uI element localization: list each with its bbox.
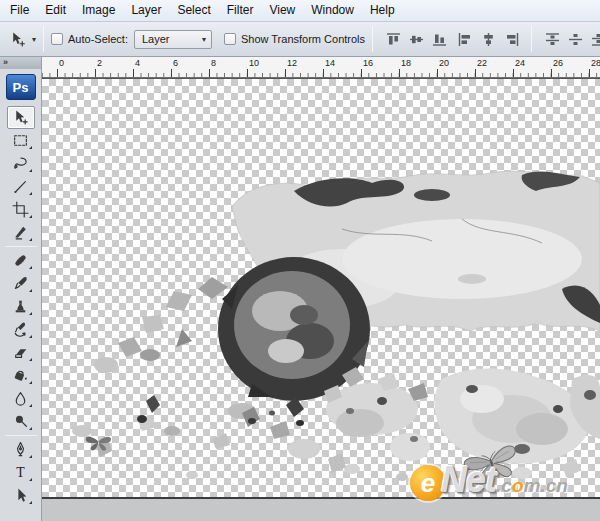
flyout-indicator-icon (29, 381, 32, 384)
tool-dodge[interactable] (7, 410, 35, 433)
tool-horizontal-type[interactable]: T (7, 461, 35, 484)
menu-edit[interactable]: Edit (37, 0, 74, 21)
tool-slice[interactable] (7, 221, 35, 244)
blur-icon (12, 390, 29, 407)
ruler-label: 18 (401, 58, 411, 68)
ruler-label: 2 (97, 58, 102, 68)
menu-select[interactable]: Select (169, 0, 218, 21)
flyout-indicator-icon (29, 169, 32, 172)
menu-window[interactable]: Window (303, 0, 362, 21)
align-right-icon (503, 32, 520, 47)
tool-panel: » Ps (0, 57, 42, 521)
menu-file[interactable]: File (2, 0, 37, 21)
align-horizontal-centers-button[interactable] (478, 30, 498, 48)
dropdown-arrow-icon: ▾ (202, 35, 206, 44)
artwork-image (42, 79, 600, 500)
align-vertical-centers-button[interactable] (406, 30, 426, 48)
show-transform-label: Show Transform Controls (241, 33, 365, 45)
align-bottom-edges-button[interactable] (429, 30, 449, 48)
path-selection-icon (12, 487, 29, 504)
flyout-indicator-icon (29, 266, 32, 269)
status-strip (42, 499, 600, 521)
watermark-net-text: Net (441, 462, 496, 498)
tool-blur[interactable] (7, 387, 35, 410)
align-left-edges-button[interactable] (455, 30, 475, 48)
tool-lasso[interactable] (7, 152, 35, 175)
tool-quick-selection[interactable] (7, 175, 35, 198)
watermark-suffix-c: .c (496, 475, 512, 496)
flyout-indicator-icon (29, 478, 32, 481)
tool-clone-stamp[interactable] (7, 295, 35, 318)
ruler-label: 0 (59, 58, 64, 68)
menu-image[interactable]: Image (74, 0, 123, 21)
flyout-indicator-icon (29, 501, 32, 504)
panel-collapse-button[interactable]: » (0, 57, 41, 69)
distribute-top-edges-button[interactable] (542, 30, 562, 48)
distribute-bottom-icon (590, 32, 600, 47)
show-transform-checkbox[interactable] (224, 33, 236, 45)
flyout-indicator-icon (29, 238, 32, 241)
tool-preset-picker[interactable]: ▾ (8, 31, 36, 48)
watermark-suffix-o: o (512, 475, 524, 496)
flyout-indicator-icon (29, 146, 32, 149)
flyout-indicator-icon (29, 455, 32, 458)
menu-layer[interactable]: Layer (123, 0, 169, 21)
photoshop-logo: Ps (6, 74, 36, 100)
canvas[interactable] (42, 78, 600, 499)
menu-help[interactable]: Help (362, 0, 403, 21)
watermark-suffix-text: .com.cn (496, 476, 568, 495)
rectangular-marquee-icon (12, 132, 29, 149)
align-right-edges-button[interactable] (501, 30, 521, 48)
align-hcenter-icon (480, 32, 497, 47)
align-left-icon (457, 32, 474, 47)
flyout-indicator-icon (29, 289, 32, 292)
ruler-label: 6 (173, 58, 178, 68)
healing-brush-icon (12, 252, 29, 269)
tool-pen[interactable] (7, 438, 35, 461)
distribute-group (542, 30, 600, 48)
ruler-label: 12 (287, 58, 297, 68)
tool-path-selection[interactable] (7, 484, 35, 507)
auto-select-checkbox[interactable] (51, 33, 63, 45)
workspace: » Ps (0, 57, 600, 521)
menu-view[interactable]: View (261, 0, 303, 21)
align-bottom-icon (431, 32, 448, 47)
options-separator (43, 26, 44, 52)
ruler-label: 24 (515, 58, 525, 68)
auto-select-dropdown[interactable]: Layer ▾ (134, 30, 212, 49)
tool-healing-brush[interactable] (7, 249, 35, 272)
lasso-icon (12, 155, 29, 172)
menu-filter[interactable]: Filter (219, 0, 262, 21)
tool-brush[interactable] (7, 272, 35, 295)
auto-select-label: Auto-Select: (68, 33, 128, 45)
ruler-label: 28 (591, 58, 600, 68)
watermark: e Net .com.cn (410, 465, 568, 501)
tool-crop[interactable] (7, 198, 35, 221)
type-icon: T (12, 464, 29, 481)
svg-text:T: T (16, 465, 25, 480)
align-top-edges-button[interactable] (383, 30, 403, 48)
tool-history-brush[interactable] (7, 318, 35, 341)
options-separator (531, 26, 532, 52)
tool-eraser[interactable] (7, 341, 35, 364)
ruler-label: 20 (439, 58, 449, 68)
distribute-vertical-centers-button[interactable] (565, 30, 585, 48)
tool-group-separator (5, 246, 37, 247)
auto-select-value: Layer (142, 33, 170, 45)
ruler-label: 4 (135, 58, 140, 68)
dodge-icon (12, 413, 29, 430)
tool-rectangular-marquee[interactable] (7, 129, 35, 152)
ruler-label: 14 (325, 58, 335, 68)
distribute-bottom-edges-button[interactable] (588, 30, 600, 48)
ruler-label: 10 (249, 58, 259, 68)
paint-bucket-icon (12, 367, 29, 384)
tool-paint-bucket[interactable] (7, 364, 35, 387)
pen-icon (12, 441, 29, 458)
history-brush-icon (12, 321, 29, 338)
horizontal-ruler[interactable]: 0 2 4 6 8 10 12 14 16 18 20 22 24 26 28 (42, 57, 600, 78)
tool-move[interactable] (7, 106, 35, 129)
flyout-indicator-icon (29, 192, 32, 195)
ruler-label: 8 (211, 58, 216, 68)
distribute-top-icon (544, 32, 561, 47)
brush-icon (12, 275, 29, 292)
